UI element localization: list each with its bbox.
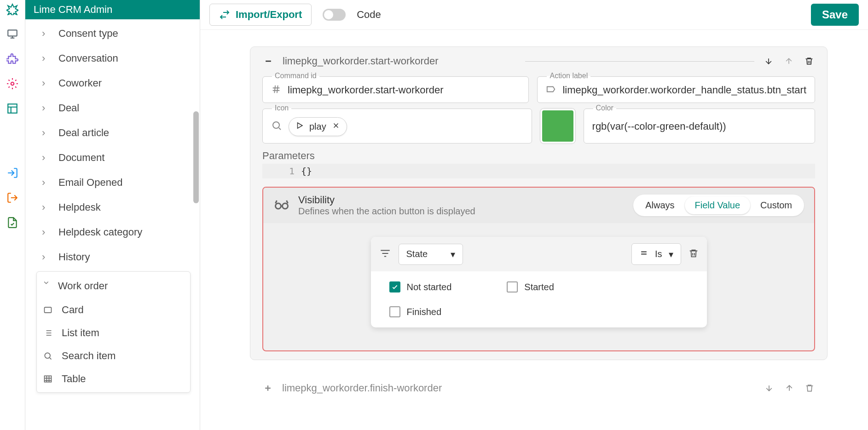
sidebar-item-document[interactable]: ›Document <box>25 145 200 170</box>
puzzle-icon[interactable] <box>6 52 19 65</box>
hash-icon <box>271 84 281 96</box>
sidebar-subitem-search-item[interactable]: Search item <box>37 344 190 367</box>
action-title: limepkg_workorder.start-workorder <box>283 55 512 67</box>
action-label-field[interactable]: Action label limepkg_workorder.workorder… <box>537 76 815 103</box>
chevron-down-icon: ▾ <box>669 249 673 260</box>
sidebar-item-coworker[interactable]: ›Coworker <box>25 71 200 96</box>
tab-always[interactable]: Always <box>635 196 684 214</box>
sidebar-item-helpdesk[interactable]: ›Helpdesk <box>25 195 200 220</box>
parameters-label: Parameters <box>262 150 815 162</box>
visibility-rule: State ▾ Is ▾ <box>371 237 707 327</box>
play-icon <box>295 121 304 132</box>
glasses-icon <box>273 196 290 215</box>
code-toggle-label: Code <box>357 9 381 21</box>
svg-point-9 <box>283 203 288 209</box>
operator-select[interactable]: Is ▾ <box>631 243 681 265</box>
expand-icon[interactable] <box>262 382 274 394</box>
sidebar-item-deal-article[interactable]: ›Deal article <box>25 120 200 145</box>
sidebar-subitem-card[interactable]: Card <box>37 298 190 321</box>
equals-icon <box>639 248 648 260</box>
command-id-label: Command id <box>272 72 319 80</box>
command-id-field[interactable]: Command id limepkg_workorder.start-worko… <box>262 76 529 103</box>
gear-icon[interactable] <box>6 77 19 90</box>
icon-field-label: Icon <box>272 104 291 112</box>
color-swatch[interactable] <box>540 109 575 143</box>
logout-icon[interactable] <box>6 191 19 204</box>
main-area: Import/Export Code Save limepkg_workorde… <box>200 0 868 430</box>
svg-rect-5 <box>45 376 52 382</box>
visibility-title: Visibility <box>298 194 625 206</box>
layout-icon[interactable] <box>6 102 19 115</box>
visibility-subtitle: Defines when the action button is displa… <box>298 206 625 217</box>
sidebar-subitem-table[interactable]: Table <box>37 367 190 390</box>
icon-rail <box>0 0 25 430</box>
color-field-label: Color <box>593 104 616 112</box>
svg-point-1 <box>11 82 14 86</box>
icon-chip: play <box>289 117 347 136</box>
sidebar-item-helpdesk-category[interactable]: ›Helpdesk category <box>25 220 200 245</box>
search-icon <box>271 120 282 133</box>
svg-point-8 <box>276 203 281 209</box>
top-bar: Import/Export Code Save <box>200 0 868 30</box>
card-icon <box>43 305 55 315</box>
code-toggle[interactable] <box>323 9 346 21</box>
sidebar-item-conversation[interactable]: ›Conversation <box>25 46 200 71</box>
login-icon[interactable] <box>6 166 19 179</box>
checkbox-checked <box>389 281 400 292</box>
sidebar-item-deal[interactable]: ›Deal <box>25 96 200 120</box>
color-field[interactable]: Color rgb(var(--color-green-default)) <box>584 109 815 143</box>
sidebar-scrollbar[interactable] <box>193 111 199 203</box>
file-check-icon[interactable] <box>6 216 19 229</box>
sidebar: Lime CRM Admin ›Consent type ›Conversati… <box>25 0 200 430</box>
sidebar-item-email-opened[interactable]: ›Email Opened <box>25 170 200 195</box>
icon-field[interactable]: Icon play <box>262 109 532 143</box>
design-icon[interactable] <box>6 3 19 16</box>
action-label-label: Action label <box>547 72 590 80</box>
import-export-button[interactable]: Import/Export <box>209 4 312 26</box>
move-up-icon[interactable] <box>783 382 795 394</box>
save-button[interactable]: Save <box>811 4 859 26</box>
delete-rule-icon[interactable] <box>689 248 699 260</box>
sidebar-item-consent-type[interactable]: ›Consent type <box>25 21 200 46</box>
table-icon <box>43 374 55 384</box>
sidebar-expand-work-order[interactable]: ›Work order <box>37 274 190 298</box>
tab-field-value[interactable]: Field Value <box>685 196 751 214</box>
field-select[interactable]: State ▾ <box>399 244 463 265</box>
checkbox-unchecked <box>507 281 518 292</box>
option-started[interactable]: Started <box>507 281 554 292</box>
monitor-icon[interactable] <box>6 28 19 40</box>
visibility-tabs: Always Field Value Custom <box>633 195 804 216</box>
checkbox-unchecked <box>389 306 400 317</box>
collapse-icon[interactable] <box>262 55 274 67</box>
chevron-down-icon: ▾ <box>451 249 455 260</box>
list-icon <box>43 328 55 338</box>
option-finished[interactable]: Finished <box>389 306 689 317</box>
clear-icon[interactable] <box>332 121 340 132</box>
visibility-card: Visibility Defines when the action butto… <box>262 187 815 351</box>
delete-action-icon[interactable] <box>804 382 816 394</box>
action-card: limepkg_workorder.start-workorder Comman… <box>250 46 827 360</box>
sidebar-item-history[interactable]: ›History <box>25 245 200 269</box>
app-title: Lime CRM Admin <box>25 0 200 19</box>
import-export-icon <box>219 9 230 20</box>
svg-rect-0 <box>8 30 17 36</box>
tag-icon <box>546 84 556 96</box>
svg-point-4 <box>45 353 50 358</box>
filter-icon <box>379 247 391 261</box>
svg-point-6 <box>273 122 279 128</box>
move-down-icon[interactable] <box>763 55 775 67</box>
search-icon <box>43 351 55 361</box>
next-action-card-header: limepkg_workorder.finish-workorder <box>250 374 827 394</box>
svg-rect-3 <box>45 307 52 313</box>
move-down-icon[interactable] <box>763 382 775 394</box>
option-not-started[interactable]: Not started <box>389 281 452 292</box>
delete-action-icon[interactable] <box>803 55 815 67</box>
svg-rect-2 <box>8 104 17 113</box>
parameters-editor[interactable]: 1 {} <box>262 164 815 178</box>
sidebar-subitem-list-item[interactable]: List item <box>37 321 190 344</box>
svg-marker-7 <box>298 123 303 128</box>
move-up-icon[interactable] <box>783 55 795 67</box>
tab-custom[interactable]: Custom <box>750 196 802 214</box>
sidebar-item-work-order: ›Work order Card List item Search item T… <box>36 271 191 393</box>
